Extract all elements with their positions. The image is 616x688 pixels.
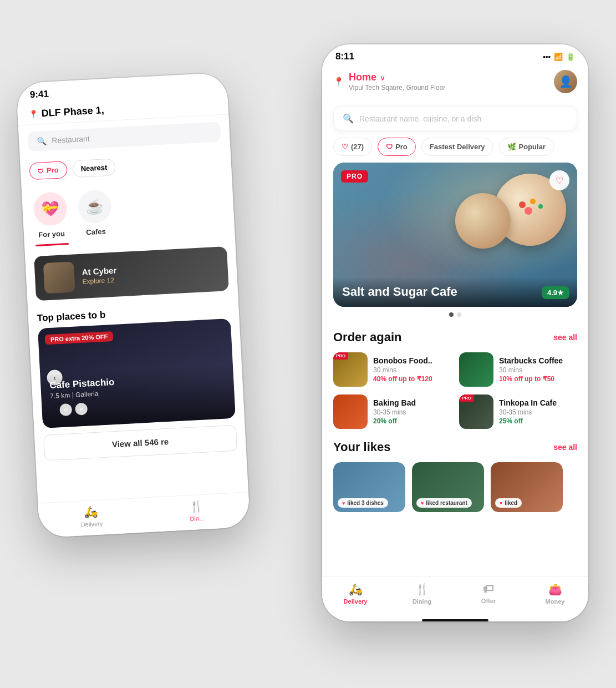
front-location-pin-icon: 📍 <box>333 77 344 87</box>
back-nav-dining-label: Din... <box>190 515 204 522</box>
status-icons: ▪▪▪ 📶 🔋 <box>543 53 575 61</box>
front-nav-offer-label: Offer <box>481 598 496 604</box>
hero-heart-button[interactable]: ♡ <box>549 170 569 190</box>
starbucks-discount: 10% off up to ₹50 <box>499 375 577 383</box>
back-promo-card[interactable]: At Cyber Explore 12 <box>34 246 229 301</box>
like-heart-3: ♥ <box>500 500 502 506</box>
front-nav-money[interactable]: 👛 Money <box>522 583 588 605</box>
back-bottom-nav: 🛵 Delivery 🍴 Din... <box>38 492 250 538</box>
heart-icon: ♡ <box>342 143 348 151</box>
filter-popular[interactable]: 🌿 Popular <box>499 138 554 156</box>
location-row[interactable]: 📍 Home ∨ Vipul Tech Sqaure, Ground Floor <box>333 72 445 92</box>
baking-img <box>333 394 368 429</box>
front-pro-shield-icon: 🛡 <box>386 143 393 151</box>
back-search-icon: 🔍 <box>37 136 47 146</box>
like-card-1[interactable]: ♥ liked 3 dishes <box>333 462 405 512</box>
hero-bottom: Salt and Sugar Cafe <box>333 277 577 307</box>
like-text-1: liked 3 dishes <box>347 500 384 506</box>
front-nav-money-label: Money <box>546 598 565 605</box>
back-filter-nearest[interactable]: Nearest <box>72 158 116 178</box>
like-label-3: ♥ liked <box>495 498 522 508</box>
logo-1: G <box>59 403 72 416</box>
view-all-button[interactable]: View all 546 re <box>43 425 237 461</box>
order-card-starbucks[interactable]: Starbucks Coffee 30 mins 10% off up to ₹… <box>459 352 577 387</box>
cafes-icon-circle: ☕ <box>77 189 112 224</box>
like-text-2: liked restaurant <box>426 500 467 506</box>
food-bowl-2 <box>455 193 511 249</box>
bonobos-img: PRO <box>333 352 368 387</box>
tinkopa-time: 30-35 mins <box>499 408 577 416</box>
back-nav-dining[interactable]: 🍴 Din... <box>144 497 250 525</box>
back-search-bar[interactable]: 🔍 Restaurant <box>27 122 221 151</box>
back-category-foryou[interactable]: 💝 For you <box>33 191 69 246</box>
front-nav-dining[interactable]: 🍴 Dining <box>389 583 455 605</box>
like-heart-2: ♥ <box>421 500 424 506</box>
tinkopa-discount: 25% off <box>499 417 577 425</box>
location-pin-icon: 📍 <box>28 109 38 119</box>
back-filter-pro[interactable]: 🛡 Pro <box>29 161 67 180</box>
promo-sub: Explore 12 <box>82 276 117 285</box>
hero-pagination-dots <box>322 312 588 317</box>
cafes-label: Cafes <box>86 227 106 236</box>
hero-card[interactable]: PRO ♡ Salt and Sugar Cafe 4.9★ <box>333 163 577 307</box>
your-likes-header: Your likes see all <box>333 440 577 454</box>
foryou-label: For you <box>38 229 65 239</box>
order-card-bonobos[interactable]: PRO Bonobos Food.. 30 mins 40% off up to… <box>333 352 451 387</box>
like-card-3[interactable]: ♥ liked <box>491 462 563 512</box>
front-money-icon: 👛 <box>548 583 562 596</box>
order-again-see-all[interactable]: see all <box>553 333 577 342</box>
order-card-baking[interactable]: Baking Bad 30-35 mins 20% off <box>333 394 451 429</box>
avatar[interactable]: 👤 <box>554 70 577 93</box>
back-search-placeholder: Restaurant <box>52 134 90 145</box>
phone-front: 8:11 ▪▪▪ 📶 🔋 📍 Home ∨ <box>322 44 588 621</box>
like-card-2[interactable]: ♥ liked restaurant <box>412 462 484 512</box>
like-text-3: liked <box>505 500 517 506</box>
front-nav-delivery-label: Delivery <box>344 598 368 605</box>
front-time: 8:11 <box>335 51 354 62</box>
chevron-down-icon: ∨ <box>380 73 385 82</box>
bonobos-discount: 40% off up to ₹120 <box>373 375 451 383</box>
bonobos-name: Bonobos Food.. <box>373 356 451 365</box>
order-card-tinkopa[interactable]: PRO Tinkopa In Cafe 30-35 mins 25% off <box>459 394 577 429</box>
back-category-cafes[interactable]: ☕ Cafes <box>77 189 113 244</box>
starbucks-img <box>459 352 493 387</box>
battery-icon: 🔋 <box>566 53 575 61</box>
your-likes-title: Your likes <box>333 440 391 454</box>
wifi-icon: 📶 <box>554 53 563 61</box>
food-dot-green <box>538 204 543 209</box>
baking-info: Baking Bad 30-35 mins 20% off <box>373 398 451 425</box>
food-dot-orange <box>530 199 536 204</box>
filter-likes[interactable]: ♡ (27) <box>333 138 372 156</box>
baking-time: 30-35 mins <box>373 408 451 416</box>
front-search-placeholder: Restaurant name, cuisine, or a dish <box>359 114 481 123</box>
starbucks-name: Starbucks Coffee <box>499 356 577 365</box>
bonobos-info: Bonobos Food.. 30 mins 40% off up to ₹12… <box>373 356 451 383</box>
sub-location: Vipul Tech Sqaure, Ground Floor <box>349 84 445 92</box>
dot-2 <box>457 312 461 317</box>
pro-shield-icon: 🛡 <box>38 168 44 175</box>
order-again-grid: PRO Bonobos Food.. 30 mins 40% off up to… <box>333 352 577 429</box>
back-nav-delivery-label: Delivery <box>80 520 103 528</box>
front-nav-offer[interactable]: 🏷 Offer <box>455 583 522 605</box>
logo-2: M <box>75 403 88 416</box>
front-scroll-area[interactable]: PRO ♡ Salt and Sugar Cafe 4.9★ Order aga… <box>322 163 588 576</box>
filter-pro[interactable]: 🛡 Pro <box>378 138 416 156</box>
front-search-bar[interactable]: 🔍 Restaurant name, cuisine, or a dish <box>333 106 577 131</box>
dining-icon: 🍴 <box>189 499 203 513</box>
hero-pro-badge: PRO <box>341 170 368 183</box>
order-again-title: Order again <box>333 330 401 345</box>
front-search-icon: 🔍 <box>343 113 354 124</box>
front-nav-delivery[interactable]: 🛵 Delivery <box>322 583 389 605</box>
filter-fastest-delivery[interactable]: Fastest Delivery <box>421 138 493 156</box>
signal-icon: ▪▪▪ <box>543 53 551 61</box>
off-badge: PRO extra 20% OFF <box>45 331 114 345</box>
like-label-1: ♥ liked 3 dishes <box>338 498 388 508</box>
hero-rating: 4.9★ <box>542 286 569 299</box>
back-top-place-card[interactable]: PRO extra 20% OFF ‹ Cafe Pistachio 7.5 k… <box>38 318 236 428</box>
front-header: 📍 Home ∨ Vipul Tech Sqaure, Ground Floor… <box>322 65 588 99</box>
your-likes-see-all[interactable]: see all <box>553 443 577 452</box>
front-dining-icon: 🍴 <box>415 583 429 596</box>
back-nav-delivery[interactable]: 🛵 Delivery <box>38 503 145 530</box>
top-place-overlay: Cafe Pistachio 7.5 km | Galleria G M <box>40 364 236 428</box>
your-likes-section: Your likes see all ♥ liked 3 dishes <box>322 436 588 521</box>
